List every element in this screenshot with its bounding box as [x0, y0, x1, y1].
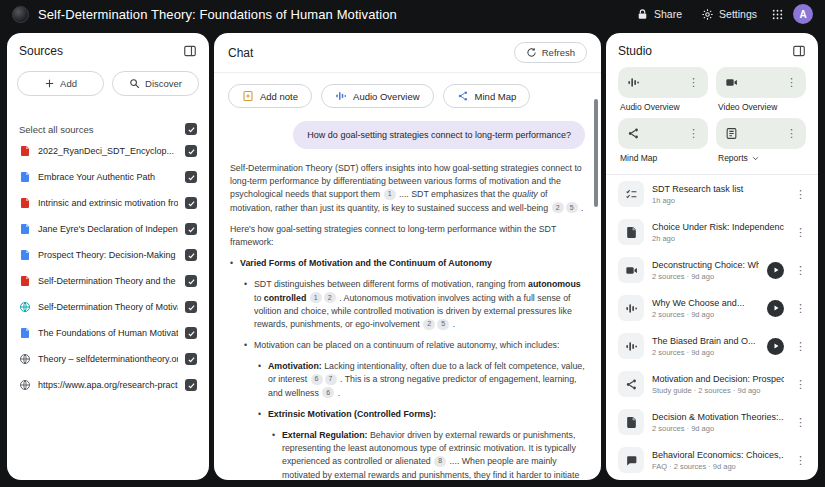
studio-item[interactable]: Behavioral Economics: Choices,...FAQ · 2… — [606, 441, 818, 479]
globe-source-icon — [19, 379, 31, 391]
source-list-item[interactable]: https://www.apa.org/research-practice/co… — [7, 372, 209, 398]
select-all-row: Select all sources — [19, 123, 197, 135]
video-item-icon — [618, 257, 644, 283]
source-checkbox[interactable] — [185, 249, 197, 261]
app-logo-icon[interactable] — [12, 6, 29, 23]
source-title: Intrinsic and extrinsic motivation from … — [38, 198, 178, 208]
refresh-button[interactable]: Refresh — [514, 42, 587, 63]
collapse-studio-panel-icon[interactable] — [792, 44, 806, 58]
source-checkbox[interactable] — [185, 301, 197, 313]
settings-button[interactable]: Settings — [696, 5, 762, 24]
studio-items-list: SDT Research task list1h ago⋮Choice Unde… — [606, 175, 818, 479]
select-all-checkbox[interactable] — [185, 123, 197, 135]
source-list-item[interactable]: The Foundations of Human Motivation: Se.… — [7, 320, 209, 346]
studio-card-reports[interactable]: ⋮ — [716, 118, 806, 149]
studio-item-text: Choice Under Risk: Independence and...2h… — [652, 222, 784, 243]
bullet-marker: • — [244, 339, 247, 352]
source-list-item[interactable]: Self-Determination Theory and the Facili… — [7, 268, 209, 294]
chat-action-add-note[interactable]: Add note — [228, 84, 312, 108]
source-checkbox[interactable] — [185, 145, 197, 157]
checklist-item-icon — [618, 181, 644, 207]
studio-card-label-text: Audio Overview — [620, 102, 680, 112]
studio-item[interactable]: The Biased Brain and O...2 sources · 9d … — [606, 327, 818, 365]
citation-chip[interactable]: 2 — [552, 202, 564, 213]
notebooklm-app: Self-Determination Theory: Foundations o… — [0, 0, 825, 487]
citation-chip[interactable]: 6 — [311, 374, 323, 385]
citation-chip[interactable]: 1 — [384, 189, 396, 200]
chat-action-audio-overview[interactable]: Audio Overview — [321, 84, 434, 108]
studio-card-audio-overview[interactable]: ⋮ — [618, 67, 708, 98]
source-checkbox[interactable] — [185, 197, 197, 209]
pdf-source-icon — [19, 197, 31, 209]
more-options-icon[interactable]: ⋮ — [783, 75, 800, 90]
avatar[interactable]: A — [793, 4, 813, 24]
source-checkbox[interactable] — [185, 379, 197, 391]
studio-item-title: Choice Under Risk: Independence and... — [652, 222, 784, 232]
more-options-icon[interactable]: ⋮ — [792, 263, 809, 278]
citation-chip[interactable]: 2 — [423, 319, 435, 330]
source-checkbox[interactable] — [185, 275, 197, 287]
collapse-sources-panel-icon[interactable] — [183, 44, 197, 58]
citation-chip[interactable]: 7 — [325, 374, 337, 385]
studio-item-meta: 2 sources · 9d ago — [652, 424, 784, 433]
add-source-button[interactable]: Add — [17, 71, 104, 96]
bullet-marker: • — [244, 278, 247, 291]
discover-button[interactable]: Discover — [112, 71, 199, 96]
source-checkbox[interactable] — [185, 223, 197, 235]
more-options-icon[interactable]: ⋮ — [685, 75, 702, 90]
citation-chip[interactable]: 6 — [322, 387, 334, 398]
citation-chip[interactable]: 5 — [437, 319, 449, 330]
source-checkbox[interactable] — [185, 171, 197, 183]
more-options-icon[interactable]: ⋮ — [685, 126, 702, 141]
source-title: Self-Determination Theory of Motivation … — [38, 302, 178, 312]
wave-item-icon — [618, 333, 644, 359]
studio-item[interactable]: Choice Under Risk: Independence and...2h… — [606, 213, 818, 251]
chat-scrollbar[interactable] — [594, 99, 598, 207]
studio-item-meta: FAQ · 2 sources · 9d ago — [652, 462, 784, 471]
more-options-icon[interactable]: ⋮ — [792, 377, 809, 392]
studio-item-title: SDT Research task list — [652, 184, 784, 194]
refresh-label: Refresh — [542, 47, 575, 58]
source-title: 2022_RyanDeci_SDT_Encyclop... — [38, 146, 178, 156]
source-list-item[interactable]: Self-Determination Theory of Motivation … — [7, 294, 209, 320]
mind-map-icon — [627, 127, 640, 140]
citation-chip[interactable]: 5 — [566, 202, 578, 213]
studio-item[interactable]: SDT Research task list1h ago⋮ — [606, 175, 818, 213]
more-options-icon[interactable]: ⋮ — [792, 339, 809, 354]
more-options-icon[interactable]: ⋮ — [792, 415, 809, 430]
source-list-item[interactable]: Theory – selfdeterminationtheory.org — [7, 346, 209, 372]
notebook-title[interactable]: Self-Determination Theory: Foundations o… — [38, 7, 397, 22]
studio-item-title: Deconstructing Choice: Why W... — [652, 260, 759, 270]
studio-item[interactable]: Why We Choose and...2 sources · 9d ago⋮ — [606, 289, 818, 327]
play-button[interactable] — [767, 262, 784, 279]
source-list-item[interactable]: Embrace Your Authentic Path — [7, 164, 209, 190]
apps-grid-icon[interactable] — [771, 8, 784, 21]
source-list-item[interactable]: 2022_RyanDeci_SDT_Encyclop... — [7, 138, 209, 164]
share-button[interactable]: Share — [631, 5, 687, 24]
studio-card-mind-map[interactable]: ⋮ — [618, 118, 708, 149]
studio-card-video-overview[interactable]: ⋮ — [716, 67, 806, 98]
citation-chip[interactable]: 2 — [324, 292, 336, 303]
more-options-icon[interactable]: ⋮ — [792, 225, 809, 240]
more-options-icon[interactable]: ⋮ — [792, 453, 809, 468]
bullet-marker: • — [272, 429, 275, 442]
more-options-icon[interactable]: ⋮ — [783, 126, 800, 141]
video-overview-icon — [725, 76, 738, 89]
source-checkbox[interactable] — [185, 353, 197, 365]
studio-item[interactable]: Deconstructing Choice: Why W...2 sources… — [606, 251, 818, 289]
studio-item[interactable]: Motivation and Decision: Prospect an...S… — [606, 365, 818, 403]
more-options-icon[interactable]: ⋮ — [792, 301, 809, 316]
citation-chip[interactable]: 8 — [434, 456, 446, 467]
studio-item[interactable]: Decision & Motivation Theories:...2 sour… — [606, 403, 818, 441]
source-list-item[interactable]: Jane Eyre's Declaration of Independence — [7, 216, 209, 242]
chat-action-mind-map[interactable]: Mind Map — [443, 84, 531, 108]
source-checkbox[interactable] — [185, 327, 197, 339]
bullet-marker: • — [230, 257, 233, 270]
play-button[interactable] — [767, 300, 784, 317]
sources-panel-title: Sources — [19, 44, 63, 58]
more-options-icon[interactable]: ⋮ — [792, 187, 809, 202]
play-button[interactable] — [767, 338, 784, 355]
citation-chip[interactable]: 1 — [310, 292, 322, 303]
source-list-item[interactable]: Intrinsic and extrinsic motivation from … — [7, 190, 209, 216]
source-list-item[interactable]: Prospect Theory: Decision-Making Under .… — [7, 242, 209, 268]
